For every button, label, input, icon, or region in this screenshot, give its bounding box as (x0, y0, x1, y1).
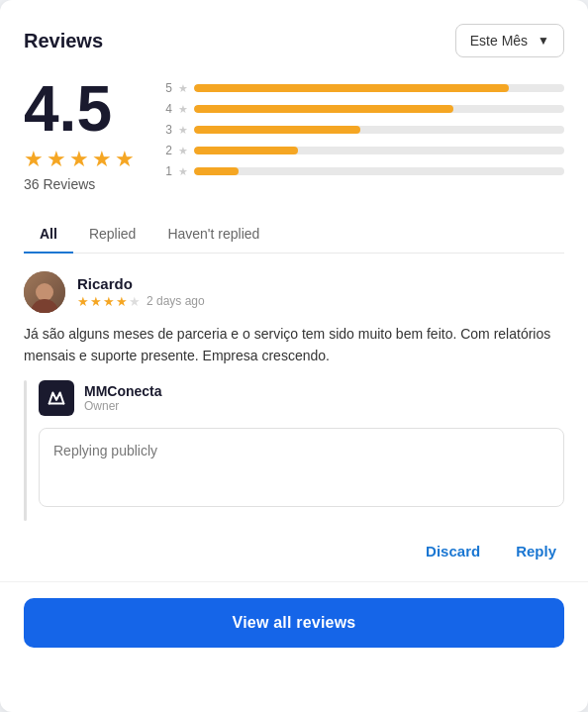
owner-details: MMConecta Owner (84, 383, 162, 413)
view-all-button[interactable]: View all reviews (24, 598, 564, 648)
bar-bg-2 (194, 147, 564, 154)
bar-row-3: 3 ★ (162, 123, 564, 137)
bar-fill-1 (194, 167, 239, 175)
reply-textarea-wrap (39, 428, 564, 511)
reply-input[interactable] (39, 428, 564, 507)
tab-replied[interactable]: Replied (73, 216, 151, 254)
review-item: Ricardo ★ ★ ★ ★ ★ 2 days ago Já são algu… (24, 254, 564, 582)
reviewer-meta: ★ ★ ★ ★ ★ 2 days ago (77, 294, 205, 309)
bar-label-4: 4 (162, 102, 172, 116)
bar-label-2: 2 (162, 144, 172, 157)
month-dropdown[interactable]: Este Mês ▼ (455, 24, 564, 57)
avatar-image (24, 271, 65, 313)
bar-label-1: 1 (162, 164, 172, 178)
bar-fill-5 (194, 84, 509, 92)
page-title: Reviews (24, 30, 103, 52)
avatar (24, 271, 65, 313)
tabs: All Replied Haven't replied (24, 216, 564, 254)
bar-fill-3 (194, 126, 360, 134)
reply-actions: Discard Reply (24, 535, 564, 581)
bar-row-4: 4 ★ (162, 102, 564, 116)
discard-button[interactable]: Discard (418, 539, 488, 563)
bar-star-5-icon: ★ (178, 82, 188, 95)
rating-bars: 5 ★ 4 ★ 3 ★ 2 ★ (162, 77, 564, 178)
bar-row-5: 5 ★ (162, 81, 564, 95)
owner-reply-section: MMConecta Owner (24, 380, 564, 521)
rating-section: 4.5 ★ ★ ★ ★ ★ 36 Reviews 5 ★ 4 ★ (24, 77, 564, 192)
rating-score: 4.5 (24, 77, 112, 141)
r-star-4-icon: ★ (116, 294, 128, 309)
bar-star-1-icon: ★ (178, 165, 188, 178)
owner-info: MMConecta Owner (39, 380, 564, 416)
star-half-icon: ★ (115, 147, 135, 172)
reply-bar (24, 380, 27, 521)
reviews-count: 36 Reviews (24, 176, 95, 192)
reviewer-time: 2 days ago (147, 294, 205, 308)
bar-bg-4 (194, 105, 564, 113)
star-1-icon: ★ (24, 147, 44, 172)
tab-all[interactable]: All (24, 216, 73, 254)
reviewer-stars: ★ ★ ★ ★ ★ (77, 294, 141, 309)
bar-label-5: 5 (162, 81, 172, 95)
bar-row-1: 1 ★ (162, 164, 564, 178)
reviewer-name: Ricardo (77, 275, 205, 292)
r-star-2-icon: ★ (90, 294, 102, 309)
header: Reviews Este Mês ▼ (24, 24, 564, 57)
bar-star-4-icon: ★ (178, 103, 188, 116)
reviews-card: Reviews Este Mês ▼ 4.5 ★ ★ ★ ★ ★ 36 Revi… (0, 0, 588, 712)
owner-logo (39, 380, 74, 416)
reply-button[interactable]: Reply (508, 539, 564, 563)
owner-reply-content: MMConecta Owner (39, 380, 564, 521)
bar-star-2-icon: ★ (178, 145, 188, 157)
review-text: Já são alguns meses de parceria e o serv… (24, 323, 564, 367)
reviewer-row: Ricardo ★ ★ ★ ★ ★ 2 days ago (24, 271, 564, 313)
owner-name: MMConecta (84, 383, 162, 399)
bar-label-3: 3 (162, 123, 172, 137)
r-star-3-icon: ★ (103, 294, 115, 309)
tab-havent-replied[interactable]: Haven't replied (151, 216, 275, 254)
bar-bg-3 (194, 126, 564, 134)
bar-star-3-icon: ★ (178, 124, 188, 137)
bar-fill-4 (194, 105, 453, 113)
owner-role: Owner (84, 399, 162, 413)
view-all-section: View all reviews (0, 581, 588, 663)
chevron-down-icon: ▼ (538, 34, 549, 48)
dropdown-label: Este Mês (470, 33, 528, 49)
r-star-1-icon: ★ (77, 294, 89, 309)
bar-row-2: 2 ★ (162, 144, 564, 157)
star-4-icon: ★ (92, 147, 112, 172)
bar-fill-2 (194, 147, 298, 154)
r-star-5-icon: ★ (129, 294, 141, 309)
rating-summary: 4.5 ★ ★ ★ ★ ★ 36 Reviews (24, 77, 135, 192)
bar-bg-1 (194, 167, 564, 175)
rating-stars: ★ ★ ★ ★ ★ (24, 147, 135, 172)
star-3-icon: ★ (69, 147, 89, 172)
reviewer-info: Ricardo ★ ★ ★ ★ ★ 2 days ago (77, 275, 205, 309)
star-2-icon: ★ (47, 147, 66, 172)
bar-bg-5 (194, 84, 564, 92)
